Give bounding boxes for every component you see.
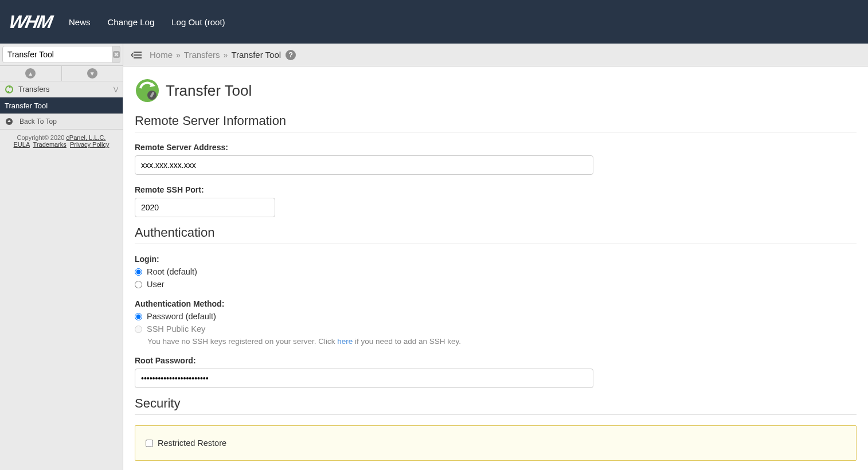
- breadcrumb-separator: »: [176, 50, 181, 60]
- breadcrumb-separator: »: [224, 50, 228, 60]
- sidebar-search-clear-button[interactable]: [113, 46, 120, 63]
- sidebar-footer: Copyright© 2020 cPanel, L.L.C. EULA Trad…: [0, 130, 123, 152]
- page-title: Transfer Tool: [166, 82, 252, 100]
- whm-logo: WHM: [7, 11, 53, 33]
- radio-login-root[interactable]: [135, 268, 142, 276]
- help-text-after: if you need to add an SSH key.: [353, 337, 461, 346]
- breadcrumb-home[interactable]: Home: [150, 50, 173, 60]
- radio-auth-password[interactable]: [135, 313, 142, 320]
- sidebar-search-input[interactable]: [2, 46, 113, 63]
- sidebar: ▲ ▼ Transfers ⋁ Transfer Tool Back To To…: [0, 44, 123, 470]
- expand-all-button[interactable]: ▼: [62, 66, 123, 81]
- help-button[interactable]: ?: [286, 50, 296, 60]
- radio-auth-sshkey: [135, 326, 142, 333]
- breadcrumb-current: Transfer Tool: [231, 50, 281, 60]
- help-text-before: You have no SSH keys registered on your …: [147, 337, 337, 346]
- nav-change-log[interactable]: Change Log: [107, 17, 154, 27]
- copyright-text: Copyright© 2020: [17, 134, 67, 141]
- sshkey-here-link[interactable]: here: [337, 337, 353, 346]
- checkbox-restricted-restore-label: Restricted Restore: [158, 438, 226, 448]
- radio-login-user[interactable]: [135, 281, 142, 288]
- section-authentication: Authentication: [135, 225, 857, 244]
- sidebar-back-to-top[interactable]: Back To Top: [0, 113, 123, 130]
- section-remote-server: Remote Server Information: [135, 113, 857, 132]
- section-security: Security: [135, 396, 857, 415]
- sidebar-category-transfers[interactable]: Transfers ⋁: [0, 81, 123, 97]
- checkbox-restricted-restore[interactable]: [146, 440, 153, 447]
- sshkey-help-text: You have no SSH keys registered on your …: [147, 337, 857, 346]
- close-icon: [113, 51, 120, 58]
- label-auth-method: Authentication Method:: [135, 299, 857, 308]
- sidebar-toggle-button[interactable]: [130, 49, 143, 61]
- top-header: WHM News Change Log Log Out (root): [0, 0, 868, 44]
- nav-news[interactable]: News: [69, 17, 91, 27]
- radio-login-user-label: User: [147, 280, 165, 289]
- eula-link[interactable]: EULA: [14, 141, 30, 148]
- refresh-icon: [5, 85, 14, 94]
- caret-icon: ⋁: [114, 86, 118, 92]
- sidebar-item-transfer-tool[interactable]: Transfer Tool: [0, 97, 123, 113]
- chevron-down-icon: ▼: [87, 68, 97, 79]
- radio-login-root-label: Root (default): [147, 267, 197, 276]
- label-login: Login:: [135, 254, 857, 264]
- sidebar-item-label: Transfer Tool: [5, 101, 48, 110]
- breadcrumb-bar: Home » Transfers » Transfer Tool ?: [123, 44, 868, 66]
- arrow-up-icon: [5, 117, 14, 126]
- label-remote-address: Remote Server Address:: [135, 143, 857, 152]
- collapse-all-button[interactable]: ▲: [0, 66, 62, 81]
- privacy-link[interactable]: Privacy Policy: [70, 141, 109, 148]
- label-ssh-port: Remote SSH Port:: [135, 185, 857, 194]
- security-warning-box: Restricted Restore: [135, 425, 857, 461]
- root-password-input[interactable]: [135, 369, 593, 388]
- menu-icon: [131, 51, 142, 59]
- radio-auth-password-label: Password (default): [147, 312, 216, 321]
- cpanel-link[interactable]: cPanel, L.L.C.: [66, 134, 105, 141]
- radio-auth-sshkey-label: SSH Public Key: [147, 324, 205, 334]
- remote-address-input[interactable]: [135, 155, 593, 175]
- chevron-up-icon: ▲: [25, 68, 36, 79]
- transfer-tool-icon: [135, 78, 160, 103]
- nav-log-out[interactable]: Log Out (root): [171, 17, 225, 27]
- ssh-port-input[interactable]: [135, 198, 275, 217]
- main-area: Home » Transfers » Transfer Tool ? Tran: [123, 44, 868, 470]
- sidebar-category-label: Transfers: [18, 85, 49, 93]
- trademarks-link[interactable]: Trademarks: [33, 141, 67, 148]
- back-to-top-label: Back To Top: [19, 117, 57, 126]
- breadcrumb-transfers[interactable]: Transfers: [184, 50, 220, 60]
- label-root-password: Root Password:: [135, 356, 857, 365]
